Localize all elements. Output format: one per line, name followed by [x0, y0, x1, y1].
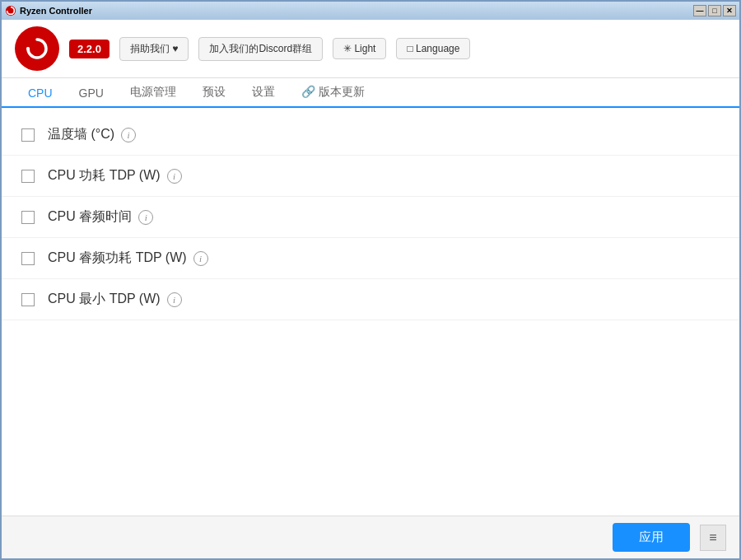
- info-icon-cpu-boost-tdp[interactable]: i: [193, 251, 208, 266]
- main-window: Ryzen Controller — □ ✕ 2.2.0 捐助我们 ♥ 加入我们…: [0, 0, 741, 560]
- app-icon: [5, 5, 16, 16]
- logo-svg: [25, 36, 49, 61]
- setting-row-cpu-tdp: CPU 功耗 TDP (W)i: [2, 156, 739, 197]
- app-logo: [15, 26, 59, 71]
- light-button[interactable]: ✳ Light: [333, 38, 386, 59]
- content-area: 温度墙 (°C)iCPU 功耗 TDP (W)iCPU 睿频时间iCPU 睿频功…: [2, 108, 739, 516]
- tab-cpu[interactable]: CPU: [15, 80, 66, 108]
- svg-point-1: [26, 47, 30, 50]
- maximize-button[interactable]: □: [708, 5, 721, 16]
- tab-preset[interactable]: 预设: [189, 78, 239, 108]
- checkbox-cpu-tdp[interactable]: [21, 170, 35, 183]
- info-icon-cpu-boost-time[interactable]: i: [138, 210, 153, 225]
- tab-bar: CPUGPU电源管理预设设置🔗 版本更新: [2, 78, 739, 108]
- footer: 应用 ≡: [2, 516, 739, 558]
- version-badge: 2.2.0: [69, 40, 110, 58]
- menu-icon[interactable]: ≡: [700, 525, 726, 551]
- tab-gpu[interactable]: GPU: [66, 80, 117, 108]
- info-icon-cpu-tdp[interactable]: i: [167, 169, 182, 184]
- checkbox-cpu-boost-time[interactable]: [21, 211, 35, 224]
- label-cpu-min-tdp: CPU 最小 TDP (W): [48, 291, 161, 308]
- close-button[interactable]: ✕: [723, 5, 736, 16]
- tab-power[interactable]: 电源管理: [117, 78, 189, 108]
- setting-row-cpu-boost-tdp: CPU 睿频功耗 TDP (W)i: [2, 238, 739, 279]
- checkbox-temp-wall[interactable]: [21, 128, 35, 142]
- tab-settings[interactable]: 设置: [239, 78, 288, 108]
- window-title: Ryzen Controller: [20, 6, 92, 16]
- window-controls: — □ ✕: [693, 5, 736, 16]
- title-bar: Ryzen Controller — □ ✕: [2, 2, 739, 20]
- setting-row-temp-wall: 温度墙 (°C)i: [2, 114, 739, 156]
- donate-button[interactable]: 捐助我们 ♥: [119, 37, 189, 61]
- header: 2.2.0 捐助我们 ♥ 加入我们的Discord群组 ✳ Light □ La…: [2, 20, 739, 78]
- apply-button[interactable]: 应用: [613, 523, 690, 552]
- title-bar-left: Ryzen Controller: [5, 5, 92, 16]
- minimize-button[interactable]: —: [693, 5, 706, 16]
- info-icon-cpu-min-tdp[interactable]: i: [167, 292, 182, 307]
- language-button[interactable]: □ Language: [396, 38, 470, 59]
- setting-row-cpu-min-tdp: CPU 最小 TDP (W)i: [2, 279, 739, 320]
- checkbox-cpu-boost-tdp[interactable]: [21, 252, 35, 265]
- label-cpu-boost-tdp: CPU 睿频功耗 TDP (W): [48, 250, 187, 267]
- setting-row-cpu-boost-time: CPU 睿频时间i: [2, 197, 739, 238]
- discord-button[interactable]: 加入我们的Discord群组: [198, 37, 323, 61]
- label-cpu-boost-time: CPU 睿频时间: [48, 208, 132, 226]
- checkbox-cpu-min-tdp[interactable]: [21, 293, 35, 306]
- label-cpu-tdp: CPU 功耗 TDP (W): [48, 167, 161, 184]
- tab-update[interactable]: 🔗 版本更新: [288, 78, 378, 108]
- info-icon-temp-wall[interactable]: i: [121, 128, 136, 142]
- label-temp-wall: 温度墙 (°C): [48, 126, 114, 143]
